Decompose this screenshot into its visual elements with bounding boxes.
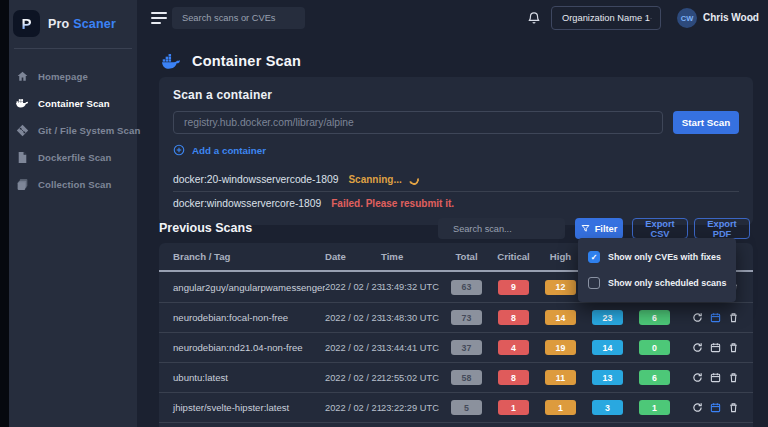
- table-row[interactable]: neurodebian:nd21.04-non-free 2022 / 02 /…: [159, 332, 753, 362]
- window-edge: [0, 0, 9, 427]
- add-container-link[interactable]: Add a container: [173, 144, 266, 156]
- badge-critical: 9: [498, 280, 529, 295]
- rescan-icon[interactable]: [692, 312, 703, 323]
- row-date: 2022 / 02 / 21: [325, 403, 381, 413]
- sidebar-item-label: Container Scan: [38, 98, 110, 109]
- badge-high: 12: [545, 280, 576, 295]
- badge-high: 14: [545, 310, 576, 325]
- table-row[interactable]: ubuntu:latest 2022 / 02 / 22 12:55:02 UT…: [159, 362, 753, 392]
- row-branch-tag: neurodebian:nd21.04-non-free: [159, 342, 325, 353]
- scan-container-card: Scan a container Start Scan Add a contai…: [159, 77, 753, 225]
- badge-critical: 8: [498, 370, 529, 385]
- table-search: [438, 218, 565, 239]
- row-time: 13:44:41 UTC: [381, 343, 443, 353]
- page-title: Container Scan: [192, 53, 301, 69]
- global-search-input[interactable]: [172, 13, 306, 23]
- export-pdf-button[interactable]: Export PDF: [694, 218, 750, 239]
- row-date: 2022 / 02 / 23: [325, 282, 381, 292]
- row-branch-tag: neurodebian:focal-non-free: [159, 312, 325, 323]
- badge-medium: 14: [592, 340, 623, 355]
- notifications-bell-icon[interactable]: [527, 10, 541, 25]
- git-icon: [16, 124, 29, 137]
- row-time: 23:22:29 UTC: [381, 403, 443, 413]
- table-row[interactable]: neurodebian:focal-non-free 2022 / 02 / 2…: [159, 302, 753, 332]
- sidebar-item-collection-scan[interactable]: Collection Scan: [9, 171, 137, 198]
- funnel-icon: [581, 224, 590, 233]
- sidebar-item-dockerfile-scan[interactable]: Dockerfile Scan: [9, 144, 137, 171]
- schedule-calendar-icon[interactable]: [710, 402, 721, 413]
- sidebar-item-git-file-system-scan[interactable]: Git / File System Scan: [9, 117, 137, 144]
- schedule-calendar-icon[interactable]: [710, 342, 721, 353]
- sidebar-item-homepage[interactable]: Homepage: [9, 63, 137, 90]
- row-time: 12:55:02 UTC: [381, 373, 443, 383]
- badge-low: 1: [639, 400, 670, 415]
- plus-circle-icon: [173, 144, 185, 156]
- delete-trash-icon[interactable]: [728, 312, 739, 323]
- brand-name-accent: Scaner: [73, 17, 116, 31]
- rescan-icon[interactable]: [692, 402, 703, 413]
- badge-total: 58: [451, 370, 482, 385]
- row-branch-tag: jhipster/svelte-hipster:latest: [159, 402, 325, 413]
- scan-job-row: docker:windowsservercore-1809 Failed. Pl…: [173, 191, 739, 215]
- collection-icon: [16, 178, 29, 191]
- home-icon: [16, 70, 29, 83]
- delete-trash-icon[interactable]: [728, 372, 739, 383]
- filter-option[interactable]: Show only scheduled scans: [588, 273, 726, 293]
- rescan-icon[interactable]: [692, 372, 703, 383]
- column-header: Branch / Tag: [159, 251, 325, 262]
- brand-logo-icon: P: [13, 10, 40, 37]
- badge-total: 73: [451, 310, 482, 325]
- badge-medium: 23: [592, 310, 623, 325]
- row-branch-tag: ubuntu:latest: [159, 372, 325, 383]
- scan-job-row: docker:20-windowsservercode-1809 Scannin…: [173, 168, 739, 191]
- delete-trash-icon[interactable]: [728, 402, 739, 413]
- filter-option-label: Show only CVEs with fixes: [608, 252, 721, 262]
- column-header: High: [537, 251, 584, 262]
- sidebar-item-container-scan[interactable]: Container Scan: [9, 90, 137, 117]
- export-csv-button[interactable]: Export CSV: [632, 218, 688, 239]
- rescan-icon[interactable]: [692, 342, 703, 353]
- filter-button[interactable]: Filter: [575, 218, 623, 239]
- sidebar-item-label: Dockerfile Scan: [38, 152, 112, 163]
- organization-dropdown[interactable]: Organization Name 1: [551, 6, 661, 30]
- brand-name: Pro Scaner: [48, 17, 116, 31]
- table-search-input[interactable]: [447, 224, 578, 234]
- docker-whale-icon: [162, 54, 181, 69]
- sidebar-menu: HomepageContainer ScanGit / File System …: [9, 63, 137, 198]
- row-branch-tag: angular2guy/angularpwamessenger:latest: [159, 282, 325, 293]
- badge-high: 11: [545, 370, 576, 385]
- sidebar: P Pro Scaner HomepageContainer ScanGit /…: [9, 0, 137, 427]
- schedule-calendar-icon[interactable]: [710, 312, 721, 323]
- badge-critical: 1: [498, 400, 529, 415]
- schedule-calendar-icon[interactable]: [710, 372, 721, 383]
- hamburger-menu-icon[interactable]: [151, 12, 167, 27]
- filter-button-label: Filter: [595, 224, 618, 234]
- table-row[interactable]: containous/traefik-initial:latest 2022 /…: [159, 422, 753, 427]
- row-date: 2022 / 02 / 22: [325, 373, 381, 383]
- row-date: 2022 / 02 / 23: [325, 313, 381, 323]
- filter-option[interactable]: Show only CVEs with fixes: [588, 247, 726, 267]
- filter-dropdown-menu: Show only CVEs with fixes Show only sche…: [578, 238, 736, 302]
- checkbox-icon[interactable]: [588, 277, 600, 289]
- user-chevron-down-icon[interactable]: [746, 15, 755, 24]
- row-actions: [678, 312, 753, 323]
- start-scan-button[interactable]: Start Scan: [673, 111, 739, 134]
- container-registry-input[interactable]: [173, 111, 663, 134]
- active-scan-jobs: docker:20-windowsservercode-1809 Scannin…: [173, 168, 739, 215]
- topbar: Organization Name 1 CW Chris Wood: [137, 0, 768, 36]
- sidebar-item-label: Collection Scan: [38, 179, 111, 190]
- sidebar-item-label: Git / File System Scan: [38, 125, 140, 136]
- checkbox-icon[interactable]: [588, 251, 600, 263]
- filter-option-label: Show only scheduled scans: [608, 278, 726, 288]
- previous-scans-title: Previous Scans: [159, 221, 252, 235]
- brand-logo[interactable]: P Pro Scaner: [9, 0, 137, 46]
- table-row[interactable]: jhipster/svelte-hipster:latest 2022 / 02…: [159, 392, 753, 422]
- badge-low: 6: [639, 310, 670, 325]
- badge-low: 0: [639, 340, 670, 355]
- column-header: Time: [381, 251, 443, 262]
- column-header: Critical: [490, 251, 537, 262]
- delete-trash-icon[interactable]: [728, 342, 739, 353]
- row-time: 13:48:30 UTC: [381, 313, 443, 323]
- previous-scans-header: Previous Scans Filter Export CSV Export …: [159, 217, 753, 239]
- user-avatar[interactable]: CW: [677, 8, 697, 28]
